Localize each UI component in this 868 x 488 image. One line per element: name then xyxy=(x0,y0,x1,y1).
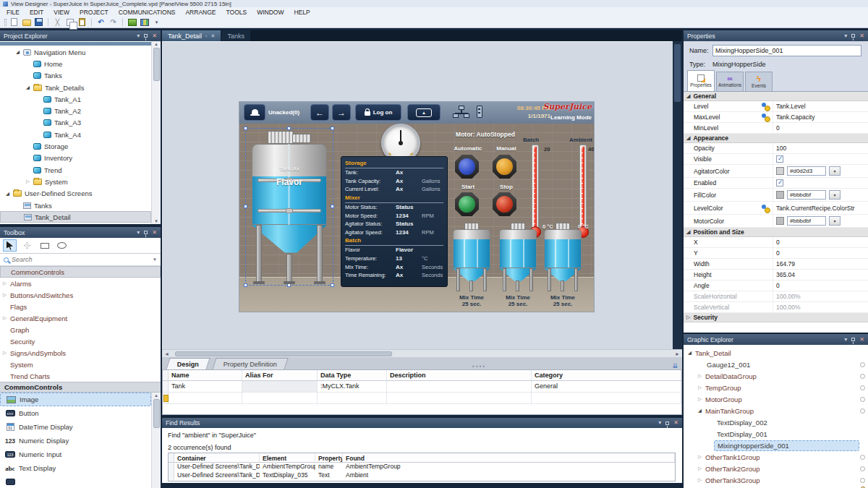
navigation-menu-button[interactable]: ▲ xyxy=(407,104,441,121)
cell-description[interactable] xyxy=(387,381,532,392)
manual-button[interactable] xyxy=(493,155,516,179)
cell-empty[interactable] xyxy=(532,393,681,403)
property-value[interactable]: Tank.Capacity xyxy=(776,114,814,121)
toolbox-search-input[interactable] xyxy=(12,256,150,263)
control-item-button[interactable]: xxxButton xyxy=(0,406,151,420)
hmi-body[interactable]: Tank Ax Flavor Storage Tank:Ax Tank Capa… xyxy=(239,124,594,312)
menu-arrange[interactable]: ARRANGE xyxy=(180,9,221,16)
tree-item-tank-detail-selected[interactable]: Tank_Detail xyxy=(0,211,151,223)
redo-icon[interactable]: ↷ xyxy=(109,18,118,27)
property-value[interactable]: Tank.CurrentRecipe.ColorStr xyxy=(776,205,855,212)
control-item-numeric-display[interactable]: 123Numeric Display xyxy=(0,434,151,448)
control-item-datetime-display[interactable]: 31DateTime Display xyxy=(0,420,151,434)
hmi-screen[interactable]: Unacked(0) ← → Log on ▲ 08:30:45 PM 1/1/… xyxy=(239,102,594,312)
ge-item-othertank3group[interactable]: ▷OtherTank3Group xyxy=(684,474,868,486)
pin-icon[interactable] xyxy=(144,231,148,234)
find-result-row[interactable]: User-Defined Screens\Tank_Detail Ambient… xyxy=(169,463,675,471)
close-icon[interactable]: ✕ xyxy=(152,230,157,236)
open-file-icon[interactable] xyxy=(22,18,31,27)
tree-item-system[interactable]: ▷System xyxy=(0,176,151,187)
select-tool[interactable] xyxy=(3,239,17,252)
control-item-text-display[interactable]: abcText Display xyxy=(0,461,151,475)
tab-animations[interactable]: ∞Animations xyxy=(716,72,744,91)
collapsed-arrow-icon[interactable]: ▷ xyxy=(26,179,33,184)
menu-project[interactable]: PROJECT xyxy=(75,9,114,16)
tree-item-tank-a1[interactable]: Tank_A1 xyxy=(0,93,151,105)
hmi-header-bar[interactable]: Unacked(0) ← → Log on ▲ 08:30:45 PM 1/1/… xyxy=(239,102,594,124)
tab-properties[interactable]: Properties xyxy=(687,70,715,91)
tree-item-home[interactable]: Home xyxy=(0,58,151,69)
cell-container[interactable]: User-Defined Screens\Tank_Detail xyxy=(174,471,260,480)
cell-found[interactable]: AmbientTempGroup xyxy=(343,463,675,471)
toolbox-category-alarms[interactable]: ▷Alarms xyxy=(0,278,161,289)
toolbox-category-generalequipment[interactable]: ▷GeneralEquipment xyxy=(0,312,161,324)
visibility-circle-icon[interactable] xyxy=(860,397,865,402)
property-value[interactable]: 365.04 xyxy=(776,271,795,278)
ge-item-textdisplay-002[interactable]: TextDisplay_002 xyxy=(684,416,868,428)
property-row-y[interactable]: Y0 xyxy=(684,248,868,259)
close-icon[interactable]: ✕ xyxy=(859,337,864,343)
expanded-arrow-icon[interactable]: ◢ xyxy=(16,49,23,55)
section-position-and-size[interactable]: ◢Position and Size xyxy=(684,228,868,237)
copy-icon[interactable] xyxy=(65,18,75,27)
collapsed-arrow-icon[interactable]: ▷ xyxy=(698,373,705,379)
controller-status-icon[interactable] xyxy=(477,106,482,118)
cell-data-type[interactable]: :MyCLX.Tank xyxy=(318,381,387,392)
cell-property[interactable]: Text xyxy=(315,471,343,480)
cut-icon[interactable]: ╳ xyxy=(53,18,62,27)
column-header-found[interactable]: Found xyxy=(343,453,675,462)
color-hex-input[interactable]: #d0d2d3 xyxy=(787,166,826,176)
tree-item-storage[interactable]: Storage xyxy=(0,140,151,152)
cell-alias-for[interactable] xyxy=(242,381,318,392)
undo-icon[interactable]: ↶ xyxy=(96,18,106,27)
tree-item-tank-a3[interactable]: Tank_A3 xyxy=(0,117,151,129)
menu-file[interactable]: FILE xyxy=(1,9,25,16)
mix-tank-1[interactable] xyxy=(452,223,491,292)
property-row-enabled[interactable]: Enabled xyxy=(684,178,868,189)
selection-handle[interactable] xyxy=(244,127,247,130)
tree-item-tanks[interactable]: Tanks xyxy=(0,70,151,82)
log-on-button[interactable]: Log on xyxy=(355,104,401,121)
pin-icon[interactable] xyxy=(665,421,669,425)
design-canvas[interactable]: Unacked(0) ← → Log on ▲ 08:30:45 PM 1/1/… xyxy=(162,41,673,349)
tree-item-tank-a4[interactable]: Tank_A4 xyxy=(0,129,151,140)
visibility-circle-icon[interactable] xyxy=(860,478,865,483)
toolbox-category-security[interactable]: Security xyxy=(0,335,161,347)
cell-empty[interactable] xyxy=(169,393,242,403)
property-value[interactable]: 0 xyxy=(776,282,780,289)
tab-design[interactable]: Design xyxy=(166,358,210,369)
find-result-row[interactable]: User-Defined Screens\Tank_Detail TextDis… xyxy=(169,471,675,480)
close-icon[interactable]: ✕ xyxy=(211,33,216,39)
partially-visible-selected-row[interactable] xyxy=(0,42,151,46)
property-value[interactable]: Tank.Level xyxy=(776,103,806,110)
pin-icon[interactable] xyxy=(144,34,148,38)
column-header-category[interactable]: Category xyxy=(532,370,681,380)
property-row-maxlevel[interactable]: MaxLevelTank.Capacity xyxy=(684,112,868,123)
visibility-circle-icon[interactable] xyxy=(860,385,865,390)
menu-view[interactable]: VIEW xyxy=(48,9,75,16)
toolbox-category-flags[interactable]: Flags xyxy=(0,301,161,312)
ge-item-tank-detail[interactable]: ◢Tank_Detail xyxy=(684,347,868,359)
close-icon[interactable]: ✕ xyxy=(152,33,157,39)
dropdown-icon[interactable]: ▾ xyxy=(137,33,140,39)
expanded-arrow-icon[interactable]: ◢ xyxy=(686,93,690,99)
pin-icon[interactable] xyxy=(851,34,855,38)
property-row-motorcolor[interactable]: MotorColor#bbbdbf▾ xyxy=(684,215,868,228)
tree-item-trend[interactable]: Trend xyxy=(0,164,151,176)
cell-empty[interactable] xyxy=(318,393,387,403)
automatic-button[interactable] xyxy=(455,155,479,179)
collapsed-arrow-icon[interactable]: ▷ xyxy=(686,314,690,320)
batch-thermometer[interactable] xyxy=(532,145,539,230)
tree-item-user-defined-screens[interactable]: ◢User-Defined Screens xyxy=(0,188,151,200)
section-general[interactable]: ◢General xyxy=(684,92,868,101)
cell-element[interactable]: AmbientTempGroup xyxy=(260,463,315,471)
chevron-down-icon[interactable]: ▼ xyxy=(153,257,157,262)
property-row-x[interactable]: X0 xyxy=(684,237,868,248)
selection-handle[interactable] xyxy=(244,205,247,208)
property-value[interactable]: 0 xyxy=(776,249,780,257)
color-hex-input[interactable]: #bbbdbf xyxy=(787,190,826,200)
checkbox-checked[interactable] xyxy=(776,155,783,163)
control-item-numeric-input[interactable]: 123Numeric Input xyxy=(0,448,151,461)
ge-item-tempgroup[interactable]: ▷TempGroup xyxy=(684,382,868,393)
expanded-arrow-icon[interactable]: ◢ xyxy=(686,135,690,141)
